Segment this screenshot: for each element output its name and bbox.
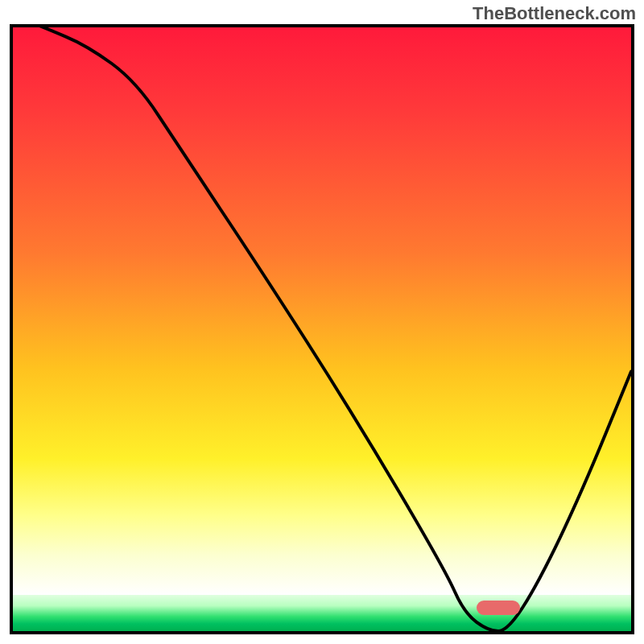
- plot-area: [10, 24, 634, 634]
- sweet-spot-marker: [477, 601, 520, 615]
- watermark-text: TheBottleneck.com: [473, 3, 636, 24]
- bottleneck-curve: [13, 27, 631, 631]
